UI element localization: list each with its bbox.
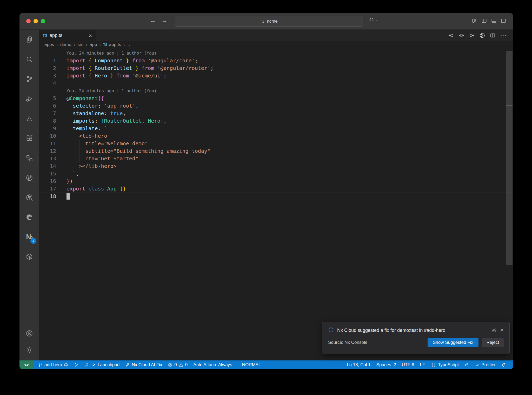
line-number[interactable]: 14 (39, 162, 56, 170)
code-line-16[interactable]: 16}) (39, 177, 513, 185)
nx-run-graph-button[interactable] (479, 32, 485, 38)
layout-sidebar-right-button[interactable] (501, 18, 506, 24)
zoom-window-button[interactable] (41, 19, 45, 23)
line-number[interactable]: 7 (39, 110, 56, 117)
status-source-control-graph[interactable] (71, 360, 82, 369)
tab-app-ts[interactable]: TS app.ts × (39, 30, 96, 41)
status-language-mode[interactable]: {}TypeScript (428, 360, 462, 369)
code-line-15[interactable]: 15 `, (39, 170, 513, 177)
activity-item-search[interactable] (19, 49, 39, 69)
line-number[interactable]: 3 (39, 72, 56, 80)
code-line-12[interactable]: 12 subtitle="Build something amazing tod… (39, 147, 513, 155)
line-number[interactable]: 15 (39, 170, 56, 177)
breadcrumb-item-file[interactable]: TSapp.ts (103, 42, 121, 47)
code-line-18[interactable]: 18 (39, 193, 513, 200)
breadcrumb-overflow[interactable]: … (127, 42, 132, 47)
line-number[interactable]: 5 (39, 95, 56, 102)
code-line-4[interactable]: 4 (39, 80, 513, 87)
layout-sidebar-left-button[interactable] (481, 18, 487, 24)
line-number[interactable]: 1 (39, 57, 56, 64)
breadcrumb-item-src[interactable]: src (77, 42, 83, 47)
more-actions-button[interactable]: ⋯ (500, 32, 506, 38)
activity-item-gitlens-inspect[interactable] (19, 188, 39, 207)
history-back-button[interactable]: ← (150, 17, 156, 24)
activity-item-testing[interactable] (19, 109, 39, 128)
code-line-6[interactable]: 6 selector: 'app-root', (39, 102, 513, 110)
activity-item-run-debug[interactable] (19, 89, 39, 109)
line-number[interactable]: 13 (39, 155, 56, 162)
status-vim-mode[interactable]: -- NORMAL -- (235, 360, 268, 369)
breadcrumb-item-demo[interactable]: demo (60, 42, 71, 47)
line-number[interactable]: 16 (39, 177, 56, 185)
status-encoding[interactable]: UTF-8 (399, 360, 417, 369)
tab-close-icon[interactable]: × (89, 33, 92, 38)
activity-item-gitlens[interactable] (19, 168, 39, 188)
line-number[interactable]: 17 (39, 185, 56, 193)
line-number[interactable]: 8 (39, 117, 56, 125)
activity-item-extensions[interactable] (19, 128, 39, 148)
line-number[interactable]: 12 (39, 147, 56, 155)
activity-item-containers[interactable] (19, 247, 39, 267)
nav-circle-button[interactable] (458, 32, 464, 38)
status-auto-attach[interactable]: Auto Attach: Always (190, 360, 235, 369)
activity-item-hierarchy[interactable] (19, 148, 39, 168)
code-editor[interactable]: You, 24 minutes ago | 1 author (You)1imp… (39, 48, 513, 360)
plug-icon (91, 363, 96, 367)
line-number[interactable]: 4 (39, 80, 56, 87)
nav-back-circle-button[interactable] (448, 32, 454, 38)
history-forward-button[interactable]: → (161, 17, 168, 24)
code-line-2[interactable]: 2import { RouterOutlet } from '@angular/… (39, 64, 513, 72)
code-line-text: import { RouterOutlet } from '@angular/r… (66, 64, 214, 72)
line-number[interactable]: 9 (39, 125, 56, 132)
status-nx-cloud-ai-fix[interactable]: Nx Cloud AI Fix (122, 360, 165, 369)
status-notifications-bell[interactable] (498, 360, 509, 369)
line-number[interactable]: 11 (39, 140, 56, 147)
activity-item-source-control[interactable] (19, 69, 39, 89)
line-number[interactable]: 10 (39, 132, 56, 140)
code-line-9[interactable]: 9 template: ` (39, 125, 513, 132)
status-indentation[interactable]: Spaces: 2 (374, 360, 399, 369)
status-formatter[interactable]: Prettier (472, 360, 498, 369)
code-line-14[interactable]: 14 ></lib-hero> (39, 162, 513, 170)
activity-item-explorer[interactable] (19, 30, 39, 49)
status-launchpad[interactable]: Launchpad (82, 360, 122, 369)
breadcrumb-item-apps[interactable]: apps (44, 42, 54, 47)
reject-button[interactable]: Reject (482, 338, 504, 347)
code-line-13[interactable]: 13 cta="Get Started" (39, 155, 513, 162)
code-line-1[interactable]: 1import { Component } from '@angular/cor… (39, 57, 513, 64)
status-eol[interactable]: LF (417, 360, 428, 369)
status-cursor-position[interactable]: Ln 18, Col 1 (344, 360, 374, 369)
notification-close-icon[interactable]: × (500, 327, 504, 333)
notification-settings-gear-icon[interactable] (491, 327, 497, 333)
copilot-menu-button[interactable] (369, 17, 379, 24)
status-problems[interactable]: 00 (165, 360, 190, 369)
code-line-3[interactable]: 3import { Hero } from '@acme/ui'; (39, 72, 513, 80)
activity-item-edge-tools[interactable] (19, 207, 39, 227)
activity-item-accounts[interactable] (19, 325, 39, 342)
split-editor-button[interactable] (490, 32, 496, 38)
line-number[interactable]: 6 (39, 102, 56, 110)
layout-panel-button[interactable] (491, 18, 497, 24)
command-center-search[interactable]: acme (175, 16, 363, 27)
customize-layout-button[interactable] (472, 18, 477, 24)
code-line-11[interactable]: 11 title="Welcmoe demo" (39, 140, 513, 147)
code-line-5[interactable]: 5@Component({ (39, 95, 513, 102)
activity-item-nx-console[interactable]: N›3 (19, 227, 39, 247)
status-branch[interactable]: add-hero (35, 360, 71, 369)
status-copilot[interactable] (462, 360, 472, 369)
status-label: Ln 18, Col 1 (347, 362, 371, 367)
nav-forward-circle-button[interactable] (469, 32, 475, 38)
code-line-10[interactable]: 10 <lib-hero (39, 132, 513, 140)
code-line-7[interactable]: 7 standalone: true, (39, 110, 513, 117)
remote-indicator[interactable]: >< (19, 360, 33, 369)
show-suggested-fix-button[interactable]: Show Suggested Fix (428, 338, 478, 347)
activity-item-settings[interactable] (19, 342, 39, 358)
code-line-8[interactable]: 8 imports: [RouterOutlet, Hero], (39, 117, 513, 125)
line-number[interactable]: 18 (39, 193, 56, 200)
minimize-window-button[interactable] (34, 19, 38, 23)
breadcrumb-item-app[interactable]: app (90, 42, 97, 47)
close-window-button[interactable] (26, 19, 31, 23)
code-line-17[interactable]: 17export class App {} (39, 185, 513, 193)
editor-scrollbar[interactable] (506, 51, 513, 265)
line-number[interactable]: 2 (39, 64, 56, 72)
